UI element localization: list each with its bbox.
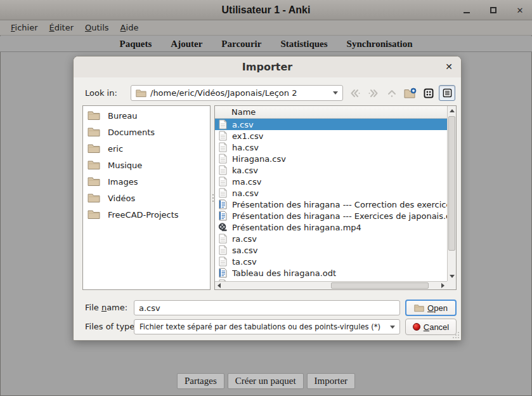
window-title: Utilisateur 1 - Anki	[0, 0, 532, 20]
vertical-scrollbar-thumb[interactable]	[448, 116, 455, 251]
cancel-button-label: Cancel	[424, 322, 449, 332]
triangle-right-icon	[441, 283, 444, 288]
file-icon	[218, 211, 227, 221]
open-button[interactable]: Open	[405, 300, 457, 316]
files-of-type-select[interactable]: Fichier texte séparé par des tabulations…	[134, 319, 400, 334]
back-icon	[349, 88, 361, 98]
forward-button[interactable]	[365, 85, 382, 101]
file-icon	[218, 268, 227, 278]
menu-item-label: ide	[126, 23, 139, 32]
vertical-scrollbar[interactable]	[447, 106, 456, 281]
file-name-input[interactable]	[134, 300, 400, 315]
folder-icon	[136, 89, 146, 98]
place-label: Images	[108, 177, 138, 187]
place-item[interactable]: FreeCAD-Projects	[83, 206, 210, 223]
file-row[interactable]: ha.csv	[215, 142, 447, 153]
dialog-close-button[interactable]: ✕	[445, 56, 453, 77]
file-name-label: ka.csv	[232, 166, 258, 175]
file-row[interactable]: ma.csv	[215, 176, 447, 187]
close-button[interactable]: ✕	[514, 4, 526, 16]
look-in-path: /home/eric/Vidéos/Japonais/Leçon 2	[150, 88, 329, 98]
footer-button[interactable]: Créer un paquet	[228, 373, 304, 389]
list-view-button[interactable]	[439, 85, 455, 101]
folder-icon	[88, 176, 100, 187]
file-row[interactable]: Tableau des hiragana.odt	[215, 267, 447, 279]
file-icon	[218, 119, 227, 129]
file-row[interactable]: ex1.csv	[215, 130, 447, 142]
new-folder-button[interactable]	[402, 85, 418, 101]
maximize-button[interactable]	[488, 4, 499, 16]
main-toolbar: Paquets Ajouter Parcourir Statistiques S…	[0, 36, 532, 52]
place-label: Documents	[108, 128, 155, 137]
file-icon	[218, 199, 227, 209]
folder-icon	[88, 143, 100, 154]
maximize-icon	[490, 7, 496, 13]
menu-item[interactable]: Éditer	[44, 23, 80, 32]
file-row[interactable]: Présentation des hiragana --- Correction…	[215, 199, 447, 210]
place-item[interactable]: Musique	[83, 157, 210, 173]
scroll-up-button[interactable]	[448, 106, 456, 116]
file-row[interactable]: a.csv	[215, 119, 447, 130]
scroll-right-button[interactable]	[439, 282, 447, 289]
file-row[interactable]: ta.csv	[215, 256, 447, 267]
nav-item[interactable]: Paquets	[120, 39, 152, 50]
file-row[interactable]: na.csv	[215, 187, 447, 199]
file-row[interactable]: sa.csv	[215, 244, 447, 256]
place-item[interactable]: eric	[83, 140, 210, 157]
icon-view-button[interactable]	[420, 85, 437, 101]
dialog-title: Importer	[74, 56, 461, 77]
file-name-label: ma.csv	[232, 177, 261, 187]
menu-item[interactable]: Outils	[79, 23, 115, 32]
place-item[interactable]: Images	[83, 173, 210, 190]
file-name-label: Présentation des hiragana --- Exercices …	[232, 211, 447, 221]
back-button[interactable]	[347, 85, 363, 101]
minimize-icon	[464, 12, 470, 13]
footer-button[interactable]: Partages	[177, 373, 224, 389]
place-item[interactable]: Documents	[83, 124, 210, 140]
file-row[interactable]: Présentation des hiragana --- Exercices …	[215, 210, 447, 221]
file-icon	[218, 131, 227, 141]
minimize-button[interactable]	[461, 4, 472, 16]
cancel-button[interactable]: Cancel	[405, 319, 457, 335]
resize-grip[interactable]	[453, 332, 459, 338]
place-label: Musique	[108, 161, 142, 170]
nav-item[interactable]: Ajouter	[171, 39, 202, 50]
nav-item[interactable]: Statistiques	[280, 39, 327, 50]
open-button-label: Open	[427, 303, 448, 313]
place-item[interactable]: Bureau	[83, 107, 210, 124]
menu-bar: Fichier Éditer Outils Aide	[0, 20, 532, 36]
file-row[interactable]: Présentation des hiragana.mp4	[215, 221, 447, 233]
triangle-up-icon	[450, 109, 455, 112]
window-controls: ✕	[461, 0, 526, 20]
file-icon	[218, 234, 227, 244]
file-name-label: ta.csv	[232, 257, 257, 267]
look-in-label: Look in:	[85, 85, 117, 101]
file-icon	[218, 188, 227, 198]
file-name-label: a.csv	[232, 120, 254, 129]
file-row[interactable]: ka.csv	[215, 164, 447, 176]
dialog-title-bar: Importer ✕	[74, 56, 461, 77]
column-header-name[interactable]: Name	[215, 106, 447, 119]
scroll-down-button[interactable]	[448, 272, 456, 281]
scroll-left-button[interactable]	[215, 282, 223, 289]
file-row[interactable]: ra.csv	[215, 233, 447, 244]
nav-item[interactable]: Synchronisation	[347, 39, 413, 50]
parent-directory-button[interactable]	[384, 85, 400, 101]
footer-button[interactable]: Importer	[307, 373, 355, 389]
cancel-icon	[413, 323, 420, 331]
menu-item[interactable]: Aide	[115, 23, 145, 32]
file-icon	[218, 256, 227, 267]
forward-icon	[368, 88, 379, 98]
place-item[interactable]: Vidéos	[83, 190, 210, 206]
look-in-combo[interactable]: /home/eric/Vidéos/Japonais/Leçon 2	[131, 85, 343, 101]
file-name-label: ex1.csv	[232, 131, 263, 141]
file-row[interactable]: Hiragana.csv	[215, 153, 447, 164]
nav-item[interactable]: Parcourir	[221, 39, 261, 50]
horizontal-scrollbar-thumb[interactable]	[331, 282, 429, 289]
folder-icon	[88, 110, 100, 121]
file-icon	[218, 222, 227, 232]
menu-item[interactable]: Fichier	[5, 23, 44, 32]
file-name-label-row: File name:	[85, 300, 127, 315]
horizontal-scrollbar[interactable]	[215, 281, 447, 289]
menu-item-mnemonic: É	[49, 23, 55, 32]
